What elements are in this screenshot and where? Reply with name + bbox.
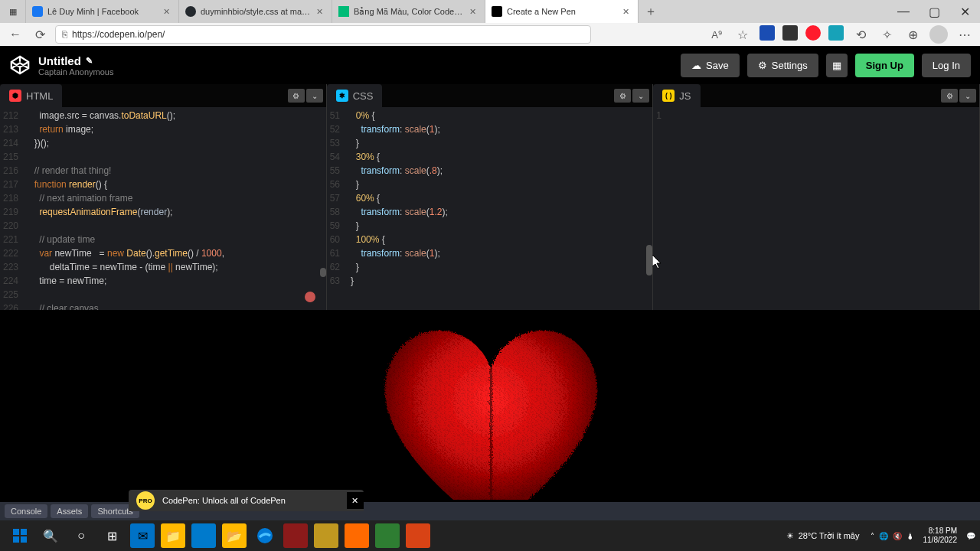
tray-chevron-icon[interactable]: ˄ xyxy=(871,532,874,540)
html-code[interactable]: image.src = canvas.toDataURL(); return i… xyxy=(24,107,326,310)
css-editor-pane: ✱ CSS ⚙ ⌄ 51525354555657585960616263 0% … xyxy=(327,84,654,310)
js-gutter: 1 xyxy=(653,107,668,310)
ext-icon-1[interactable] xyxy=(760,25,775,41)
css-code-area[interactable]: 51525354555657585960616263 0% { transfor… xyxy=(327,107,653,310)
promo-bar: PRO CodePen: Unlock all of CodePen ✕ xyxy=(129,490,364,511)
start-button[interactable] xyxy=(8,523,32,548)
js-tab[interactable]: ( ) JS xyxy=(653,84,700,107)
notification-icon[interactable]: 💬 xyxy=(966,532,975,540)
editor-header: ( ) JS ⚙ ⌄ xyxy=(653,84,979,107)
login-button[interactable]: Log In xyxy=(922,54,971,77)
codepen-logo-icon xyxy=(9,54,31,76)
promo-close-button[interactable]: ✕ xyxy=(347,492,364,509)
heart-graphic xyxy=(360,315,620,500)
ext-icon-2[interactable] xyxy=(782,25,798,41)
favicon-icon xyxy=(338,6,349,17)
extensions-icon[interactable]: ⟲ xyxy=(851,25,870,44)
js-label: JS xyxy=(679,90,691,102)
app-icon-3[interactable] xyxy=(345,523,369,548)
profile-icon[interactable] xyxy=(929,25,948,44)
taskview-icon[interactable]: ⊞ xyxy=(100,523,124,548)
svg-rect-5 xyxy=(21,529,27,535)
settings-label: Settings xyxy=(772,60,808,71)
tray-lang-icon[interactable]: 🌢 xyxy=(906,532,914,540)
html-label: HTML xyxy=(26,90,53,102)
menu-icon[interactable]: ⋯ xyxy=(956,25,974,44)
cortana-icon[interactable]: ○ xyxy=(69,523,93,548)
css-code[interactable]: 0% { transform: scale(1); } 30% { transf… xyxy=(346,107,652,310)
js-code-area[interactable]: 1 xyxy=(653,107,979,310)
settings-button[interactable]: ⚙ Settings xyxy=(747,54,818,77)
css-gutter: 51525354555657585960616263 xyxy=(327,107,346,310)
close-button[interactable]: ✕ xyxy=(949,0,980,23)
favorites-icon[interactable]: ✧ xyxy=(877,25,896,44)
favorite-icon[interactable]: ☆ xyxy=(733,25,752,44)
html-code-area[interactable]: 2122132142152162172182192202212222232242… xyxy=(0,107,326,310)
weather-icon: ☀ xyxy=(786,531,794,541)
address-bar[interactable]: ⎘ https://codepen.io/pen/ xyxy=(55,25,591,44)
css-label: CSS xyxy=(353,90,374,102)
app-icon-5[interactable] xyxy=(406,523,430,548)
refresh-button[interactable]: ⟳ xyxy=(31,25,49,44)
js-settings-button[interactable]: ⚙ xyxy=(941,89,958,103)
back-button[interactable]: ← xyxy=(6,25,24,44)
svg-rect-6 xyxy=(13,536,19,543)
close-icon[interactable]: ✕ xyxy=(163,7,172,16)
app-icon-4[interactable] xyxy=(375,523,400,548)
browser-tab-3[interactable]: Create a New Pen ✕ xyxy=(485,0,639,23)
explorer-icon[interactable]: 📁 xyxy=(161,523,185,548)
clock[interactable]: 8:18 PM 11/8/2022 xyxy=(919,527,962,545)
preview-pane xyxy=(0,310,980,500)
minimize-button[interactable]: — xyxy=(888,0,919,23)
search-icon[interactable]: 🔍 xyxy=(38,523,63,548)
signup-button[interactable]: Sign Up xyxy=(855,54,914,77)
close-icon[interactable]: ✕ xyxy=(622,7,632,16)
edge-icon[interactable] xyxy=(253,523,277,548)
read-aloud-icon[interactable]: A⁹ xyxy=(707,25,726,44)
vscode-icon[interactable] xyxy=(191,523,216,548)
browser-tab-2[interactable]: Bảng Mã Màu, Color Code, Ma M ✕ xyxy=(332,0,485,23)
app-icon-2[interactable] xyxy=(314,523,338,548)
html-dropdown-button[interactable]: ⌄ xyxy=(306,89,323,103)
html-tab[interactable]: ⬢ HTML xyxy=(0,84,62,107)
css-scrollbar[interactable] xyxy=(646,245,652,276)
close-icon[interactable]: ✕ xyxy=(316,7,325,16)
css-tab[interactable]: ✱ CSS xyxy=(327,84,383,107)
save-button[interactable]: ☁ Save xyxy=(681,54,740,77)
maximize-button[interactable]: ▢ xyxy=(919,0,949,23)
css-settings-button[interactable]: ⚙ xyxy=(614,89,631,103)
new-tab-button[interactable]: ＋ xyxy=(639,4,663,20)
css-dropdown-button[interactable]: ⌄ xyxy=(632,89,649,103)
collections-icon[interactable]: ⊕ xyxy=(903,25,922,44)
edit-icon[interactable]: ✎ xyxy=(86,56,93,66)
browser-tab-0[interactable]: Lê Duy Minh | Facebook ✕ xyxy=(26,0,179,23)
tabs-row: ▦ Lê Duy Minh | Facebook ✕ duyminhbio/st… xyxy=(0,0,980,23)
assets-button[interactable]: Assets xyxy=(51,504,88,518)
ext-icon-3[interactable] xyxy=(805,25,821,41)
html-gutter: 2122132142152162172182192202212222232242… xyxy=(0,107,24,310)
tab-allapps[interactable]: ▦ xyxy=(0,0,26,23)
cloud-icon: ☁ xyxy=(691,60,701,71)
browser-tab-1[interactable]: duyminhbio/style.css at main · le ✕ xyxy=(179,0,332,23)
tray-volume-icon[interactable]: 🔇 xyxy=(893,532,902,540)
pen-title[interactable]: Untitled xyxy=(38,54,81,67)
js-code[interactable] xyxy=(668,107,979,310)
tab-title: Create a New Pen xyxy=(507,7,618,16)
close-icon[interactable]: ✕ xyxy=(469,7,479,16)
pen-author: Captain Anonymous xyxy=(38,67,673,77)
tray-network-icon[interactable]: 🌐 xyxy=(879,532,888,540)
html-settings-button[interactable]: ⚙ xyxy=(288,89,305,103)
html-scrollbar[interactable] xyxy=(320,268,326,277)
grid-icon: ▦ xyxy=(9,7,17,17)
codepen-icon xyxy=(492,6,502,17)
folder-icon[interactable]: 📂 xyxy=(222,523,247,548)
console-button[interactable]: Console xyxy=(5,504,47,518)
layout-button[interactable]: ▦ xyxy=(826,54,848,77)
weather-widget[interactable]: ☀ 28°C Trời ít mây xyxy=(780,531,866,541)
error-icon[interactable] xyxy=(305,292,315,302)
mail-icon[interactable]: ✉ xyxy=(130,523,155,548)
weather-text: Trời ít mây xyxy=(819,531,859,540)
app-icon-1[interactable] xyxy=(283,523,308,548)
js-dropdown-button[interactable]: ⌄ xyxy=(959,89,976,103)
ext-icon-4[interactable] xyxy=(828,25,844,41)
